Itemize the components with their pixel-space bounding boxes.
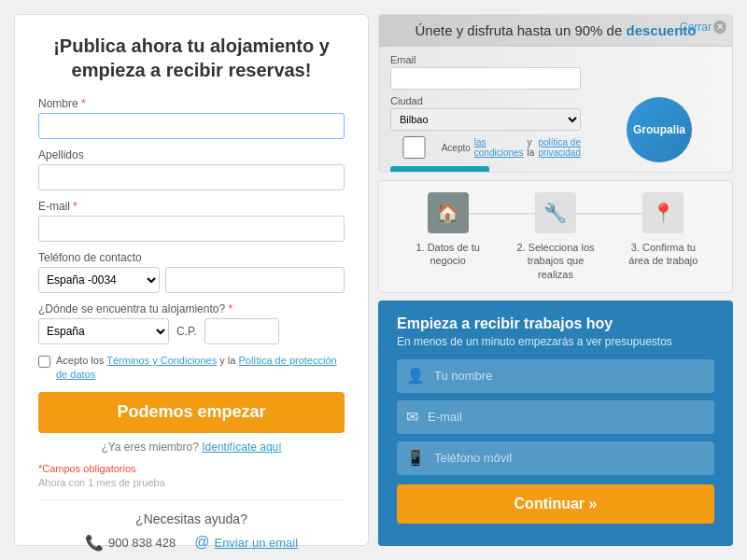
blue-form-title: Empieza a recibir trabajos hoy [397,315,714,332]
location-group: ¿Dónde se encuentra tu alojamiento? * Es… [38,302,345,344]
banner-ciudad-select[interactable]: Bilbao [390,108,581,131]
person-icon: 👤 [406,367,425,385]
step-2: 🔧 2. Selecciona los trabajos que realiza… [501,192,609,281]
main-title: ¡Publica ahora tu alojamiento y empieza … [38,34,345,82]
apellidos-input[interactable] [38,164,345,190]
phone-row: España -0034 [38,267,345,293]
phone-group: Teléfono de contacto España -0034 [38,251,345,293]
cp-label: C.P. [176,325,197,338]
help-title: ¿Necesitas ayuda? [38,511,345,526]
member-text: ¿Ya eres miembro? Identifícate aquí [38,441,345,454]
apellidos-group: Apellidos [38,148,345,190]
step-3: 📍 3. Confirma tu área de trabajo [610,192,717,268]
banner-ciudad-label: Ciudad [390,95,581,106]
banner-form: Email Ciudad Bilbao Acepto las condicion… [387,54,585,173]
banner-email-group: Email [390,54,581,90]
required-note: *Campos obligatorios [38,463,345,474]
close-button[interactable]: Cerrar ✕ [680,21,726,34]
banner-checkbox-row: Acepto las condiciones y la política de … [390,136,581,159]
email-input[interactable] [38,216,345,242]
step-1-icon: 🏠 [428,192,469,233]
step-3-label: 3. Confirma tu área de trabajo [621,241,705,268]
phone-icon: 📞 [85,534,104,552]
right-panel: Cerrar ✕ Únete y disfruta hasta un 90% d… [378,14,733,546]
step-1: 🏠 1. Datos de tu negocio [394,192,501,268]
email-label: E-mail * [38,200,345,213]
blue-submit-button[interactable]: Continuar » [397,484,714,524]
phone-number: 900 838 428 [108,536,176,550]
country-select[interactable]: España [38,318,169,344]
groupalia-logo: Groupalia [627,97,692,162]
mobile-icon: 📱 [406,449,425,467]
terms-row: Acepto los Términos y Condiciones y la P… [38,354,345,383]
email-at-icon: @ [194,534,209,551]
cp-input[interactable] [204,318,279,344]
nombre-group: Nombre * [38,97,345,139]
trial-note: Ahora con 1 mes de prueba [38,477,345,488]
phone-help: 📞 900 838 428 [85,534,176,552]
step-1-label: 1. Datos de tu negocio [406,241,490,268]
email-group: E-mail * [38,200,345,242]
apellidos-label: Apellidos [38,148,345,161]
email-help-link[interactable]: Enviar un email [214,536,298,550]
submit-button[interactable]: Podemos empezar [38,392,345,433]
blue-name-field: 👤 [397,359,714,393]
nombre-label: Nombre * [38,97,345,110]
banner-privacy-link[interactable]: política de privacidad [538,137,581,158]
banner-ciudad-group: Ciudad Bilbao [390,95,581,131]
nombre-input[interactable] [38,113,345,139]
step-2-label: 2. Selecciona los trabajos que realizas [514,241,598,281]
terms-link1[interactable]: Términos y Condiciones [106,355,217,366]
phone-label: Teléfono de contacto [38,251,345,264]
blue-email-field: ✉ [397,400,714,434]
terms-checkbox[interactable] [38,356,50,368]
blue-form-subtitle: En menos de un minuto empezarás a ver pr… [397,335,714,348]
banner-email-input[interactable] [390,67,581,90]
blue-phone-input[interactable] [434,451,705,465]
location-label: ¿Dónde se encuentra tu alojamiento? * [38,302,345,315]
email-help: @ Enviar un email [194,534,298,551]
location-row: España C.P. [38,318,345,344]
blue-email-input[interactable] [428,410,705,424]
close-x-icon: ✕ [713,21,726,34]
step-3-icon: 📍 [642,192,684,233]
blue-form-section: Empieza a recibir trabajos hoy En menos … [378,301,733,546]
steps-section: 🏠 1. Datos de tu negocio 🔧 2. Selecciona… [378,180,733,293]
envelope-icon: ✉ [406,408,418,426]
phone-country-select[interactable]: España -0034 [38,267,160,293]
banner-image-area: Groupalia [594,54,725,173]
groupalia-banner: Cerrar ✕ Únete y disfruta hasta un 90% d… [378,14,733,173]
banner-terms-link1[interactable]: las condiciones [474,137,524,158]
help-section: ¿Necesitas ayuda? 📞 900 838 428 @ Enviar… [38,499,345,552]
member-link[interactable]: Identifícate aquí [202,441,281,454]
help-items: 📞 900 838 428 @ Enviar un email [38,534,345,552]
blue-name-input[interactable] [434,369,705,383]
step-2-icon: 🔧 [535,192,576,233]
banner-submit-button[interactable]: ¡Me apunto! [390,166,489,173]
blue-phone-field: 📱 [397,441,714,475]
banner-body: Email Ciudad Bilbao Acepto las condicion… [379,47,732,173]
left-panel: ¡Publica ahora tu alojamiento y empieza … [14,14,369,546]
banner-email-label: Email [390,54,581,65]
phone-number-input[interactable] [165,267,345,293]
banner-terms-checkbox[interactable] [390,136,438,159]
